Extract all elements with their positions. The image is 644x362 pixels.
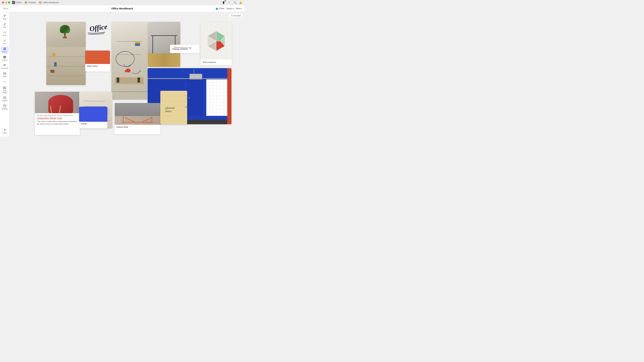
comment-icon (3, 64, 6, 67)
svg-line-7 (4, 40, 6, 42)
more-icon (3, 80, 6, 83)
display-shelves-text: Display shelves (172, 48, 188, 50)
trash-icon (3, 128, 6, 132)
view-chevron: ▾ (240, 7, 242, 10)
svg-point-23 (5, 82, 6, 82)
svg-rect-12 (4, 56, 4, 58)
sidebar-item-note[interactable]: Note (1, 13, 9, 21)
projects-icon (25, 1, 27, 4)
card-wall-sculptures[interactable]: Wall sculptures (200, 59, 232, 65)
breadcrumb-sep-2: / (37, 1, 38, 4)
export-button[interactable]: Export ▾ (226, 7, 234, 10)
svg-rect-15 (4, 64, 6, 65)
svg-rect-1 (4, 15, 6, 16)
svg-rect-10 (4, 49, 4, 50)
svg-rect-11 (5, 49, 6, 50)
warm-stone-label: Warm stone (85, 64, 110, 68)
sidebar-item-ai-ideas[interactable]: AI Ideas (1, 103, 9, 111)
link-url: https://grandfathersaxe.com.au/collectio… (40, 115, 73, 116)
svg-point-21 (4, 82, 4, 82)
line-icon (3, 39, 6, 42)
board-icon (3, 47, 6, 51)
main-toolbar: Saved Office Moodboard 👥 Share Export ▾ … (0, 5, 244, 12)
card-vintage-chair[interactable]: 🔗 https://grandfathersaxe.com.au/collect… (35, 92, 80, 135)
view-button[interactable]: View ▾ (236, 7, 242, 10)
saved-status: Saved (3, 7, 8, 10)
todo-icon (3, 31, 6, 34)
card-warm-stone[interactable]: Warm stone (85, 51, 110, 71)
minimize-button[interactable] (5, 1, 7, 3)
card-hexagon-art[interactable] (200, 22, 232, 61)
sidebar: Note Link To-do Line Board (0, 12, 10, 137)
sidebar-item-trash[interactable]: Trash (1, 127, 9, 135)
link-card-body: 🔗 https://grandfathersaxe.com.au/collect… (35, 113, 80, 127)
sidebar-item-column[interactable]: Column (1, 54, 9, 62)
note-label: Note (3, 18, 6, 20)
moodboard: Office plywood doors (10, 12, 244, 137)
nav-current: Office Moodboard (43, 1, 59, 4)
svg-rect-5 (4, 32, 4, 33)
app-icon: M (12, 1, 15, 4)
notification-icon[interactable]: 🔔 (239, 1, 242, 4)
sidebar-item-add-image[interactable]: Add Image (1, 85, 9, 94)
svg-rect-2 (4, 16, 5, 16)
column-label: Column (2, 59, 8, 61)
breadcrumb-sep-1: / (23, 1, 23, 4)
close-button[interactable] (2, 1, 4, 3)
search-icon[interactable]: 🔍 (233, 1, 236, 4)
svg-rect-9 (5, 48, 6, 49)
svg-point-22 (4, 82, 5, 82)
card-black-desk-photo[interactable] (148, 22, 180, 67)
svg-rect-13 (4, 56, 5, 58)
card-display-shelves[interactable]: Display shelves (170, 45, 200, 53)
add-image-label: Add Image (1, 90, 8, 93)
sidebar-item-link[interactable]: Link (1, 22, 9, 29)
nav-projects[interactable]: Projects (28, 1, 36, 4)
upload-icon (3, 96, 6, 99)
svg-point-28 (4, 106, 5, 106)
table-label: Table (3, 75, 7, 77)
traffic-lights (2, 1, 10, 3)
sidebar-item-line[interactable]: Line (1, 38, 9, 45)
svg-rect-14 (5, 56, 6, 58)
ai-ideas-icon (3, 104, 6, 108)
svg-rect-17 (4, 66, 5, 66)
svg-rect-3 (4, 32, 4, 32)
svg-rect-4 (4, 32, 6, 32)
svg-text:Office: Office (89, 23, 108, 33)
note-icon (3, 14, 6, 18)
card-cobalt-swatch[interactable]: Cobalt (79, 107, 107, 128)
link-label: Link (3, 26, 6, 28)
canvas-area[interactable]: 0 Unsorted Office (10, 12, 244, 137)
hexagon-svg (204, 30, 228, 53)
card-plywood-doors[interactable] (160, 91, 187, 124)
ai-ideas-label: AI Ideas (2, 108, 8, 110)
device-icon[interactable]: 📱 (222, 1, 225, 4)
link-description: This chair is made with an upholstered l… (37, 120, 78, 125)
add-image-icon (3, 86, 6, 89)
warm-stone-swatch (85, 51, 110, 64)
sidebar-item-comment[interactable]: Comment (1, 63, 9, 70)
card-wooden-shelf[interactable] (46, 22, 86, 85)
maximize-button[interactable] (8, 1, 10, 3)
link-icon-small: 🔗 (37, 115, 39, 116)
sidebar-item-more[interactable] (1, 79, 9, 84)
unsorted-button[interactable]: 0 Unsorted (229, 14, 242, 18)
cobalt-label: Cobalt (79, 122, 107, 126)
help-icon[interactable]: ? (228, 1, 231, 4)
card-interior-room[interactable] (111, 22, 147, 100)
sidebar-item-upload[interactable]: Upload (1, 95, 9, 103)
share-icon: 👥 (216, 7, 218, 10)
sidebar-item-table[interactable]: Table (1, 71, 9, 78)
share-button[interactable]: 👥 Share (216, 7, 224, 10)
upload-label: Upload (2, 100, 8, 102)
svg-rect-8 (4, 48, 4, 49)
wall-sculptures-text: Wall sculptures (202, 61, 216, 63)
svg-rect-6 (4, 33, 6, 33)
sidebar-item-todo[interactable]: To-do (1, 30, 9, 37)
moodboard-icon (39, 1, 42, 4)
card-feature-desk[interactable]: Feature desk (115, 103, 160, 134)
nav-home[interactable]: Home (16, 1, 22, 4)
link-title[interactable]: Vintage IKEA "Winnie" Chair (37, 117, 78, 119)
sidebar-item-board[interactable]: Board (1, 46, 9, 54)
